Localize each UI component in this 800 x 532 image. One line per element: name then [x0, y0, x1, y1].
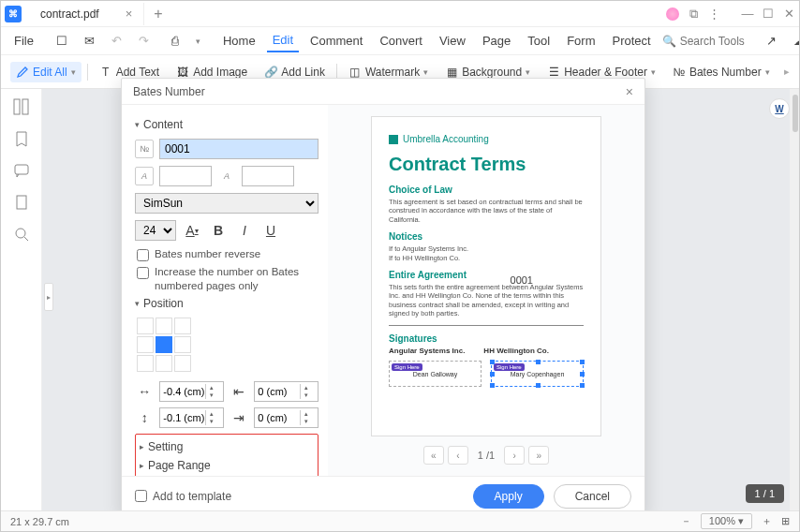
setting-section-header[interactable]: ▸Setting: [140, 440, 314, 453]
suffix-input[interactable]: [242, 166, 294, 186]
more-icon[interactable]: ⋮: [707, 7, 720, 21]
new-tab-button[interactable]: +: [144, 6, 171, 22]
close-icon[interactable]: ✕: [782, 7, 795, 21]
pager-label: 1 /1: [472, 450, 500, 461]
profile-avatar-icon[interactable]: [666, 7, 679, 21]
undo-icon[interactable]: ↶: [106, 30, 127, 52]
preview-t2a: If to Angular Systems Inc.: [389, 244, 584, 253]
maximize-icon[interactable]: ☐: [762, 7, 775, 21]
menu-tool[interactable]: Tool: [522, 30, 556, 52]
page-range-section-header[interactable]: ▸Page Range: [140, 459, 314, 472]
preview-h1: Choice of Law: [389, 185, 584, 195]
dialog-close-icon[interactable]: ×: [626, 84, 633, 99]
bold-button[interactable]: B: [208, 220, 229, 241]
preview-signature-1: Sign Here Dean Galloway: [389, 361, 481, 387]
attachment-icon[interactable]: [13, 194, 30, 211]
edit-all-button[interactable]: Edit All▾: [10, 62, 81, 82]
dialog-footer: Add to template Apply Cancel: [122, 476, 644, 515]
font-color-button[interactable]: A▾: [182, 220, 202, 241]
search-icon: 🔍: [662, 35, 676, 48]
font-size-select[interactable]: 24: [135, 220, 176, 241]
minimize-icon[interactable]: —: [741, 7, 754, 21]
svg-point-4: [16, 229, 25, 238]
print-dropdown-icon[interactable]: ▾: [190, 33, 206, 50]
font-select[interactable]: SimSun: [135, 193, 319, 214]
apply-button[interactable]: Apply: [473, 484, 544, 509]
background-icon: ▦: [445, 66, 458, 79]
underline-button[interactable]: U: [260, 220, 281, 241]
header-footer-icon: ☰: [547, 66, 560, 79]
bates-number-input[interactable]: [159, 139, 319, 159]
thumbnails-icon[interactable]: [13, 98, 30, 115]
number-format-icon[interactable]: №: [135, 140, 154, 158]
menu-comment[interactable]: Comment: [304, 30, 368, 52]
pager-next[interactable]: ›: [504, 446, 525, 465]
position-center[interactable]: [156, 336, 172, 353]
bates-number-dialog: Bates Number × ▾Content № A A SimSun 24 …: [121, 78, 645, 516]
document-tab[interactable]: contract.pdf ×: [29, 3, 144, 25]
zoom-in-button[interactable]: ＋: [762, 514, 772, 528]
position-grid[interactable]: [137, 318, 319, 372]
menu-edit[interactable]: Edit: [267, 29, 299, 52]
quick-mail-icon[interactable]: ✉: [79, 30, 100, 52]
preview-party2: HH Wellington Co.: [483, 347, 549, 355]
add-to-template-checkbox[interactable]: Add to template: [135, 490, 231, 503]
share-icon[interactable]: ↗: [761, 30, 782, 52]
vert-margin-input[interactable]: ▴▾: [254, 407, 319, 428]
menu-page[interactable]: Page: [477, 30, 516, 52]
tab-filename: contract.pdf: [40, 7, 99, 21]
preview-h4: Signatures: [389, 333, 584, 344]
bates-number-button[interactable]: №Bates Number▾: [667, 62, 776, 82]
pager-last[interactable]: »: [528, 446, 549, 465]
vertical-scrollbar[interactable]: [790, 89, 799, 510]
status-bar: 21 x 29.7 cm － 100% ▾ ＋ ⊞: [1, 510, 799, 531]
search-tools[interactable]: 🔍: [662, 35, 755, 48]
menu-form[interactable]: Form: [561, 30, 600, 52]
search-input[interactable]: [680, 35, 755, 48]
preview-h2: Notices: [389, 231, 584, 242]
preview-logo: Umbrella Accounting: [389, 134, 584, 144]
menu-view[interactable]: View: [434, 30, 471, 52]
quick-open-icon[interactable]: ☐: [51, 30, 73, 52]
position-section-header[interactable]: ▾Position: [135, 297, 319, 310]
zoom-out-button[interactable]: －: [681, 514, 691, 528]
italic-button[interactable]: I: [234, 220, 255, 241]
prefix-text-icon[interactable]: A: [135, 167, 154, 185]
open-window-icon[interactable]: ⧉: [687, 7, 700, 22]
pager-first[interactable]: «: [423, 446, 444, 465]
page-preview: Umbrella Accounting Contract Terms Choic…: [371, 116, 601, 436]
pager-prev[interactable]: ‹: [448, 446, 468, 465]
prefix-input[interactable]: [159, 166, 212, 186]
horiz-margin-input[interactable]: ▴▾: [254, 381, 319, 402]
cancel-button[interactable]: Cancel: [554, 484, 631, 509]
window-controls: ⧉ ⋮ — ☐ ✕: [666, 7, 795, 22]
comment-pane-icon[interactable]: [13, 162, 30, 179]
close-tab-icon[interactable]: ×: [126, 7, 133, 21]
content-section-header[interactable]: ▾Content: [135, 118, 319, 131]
menu-convert[interactable]: Convert: [374, 30, 428, 52]
cloud-icon[interactable]: ☁: [788, 30, 800, 52]
link-icon: 🔗: [264, 66, 277, 79]
horiz-offset-input[interactable]: ▴▾: [159, 381, 224, 402]
reverse-checkbox[interactable]: Bates number reverse: [137, 247, 319, 261]
zoom-level[interactable]: 100% ▾: [701, 513, 752, 529]
print-icon[interactable]: ⎙: [166, 30, 185, 52]
search-pane-icon[interactable]: [13, 226, 30, 243]
page-indicator: 1 / 1: [746, 484, 784, 503]
panel-expand-handle[interactable]: ▸: [44, 283, 53, 311]
toolbar-more-icon[interactable]: ▸: [784, 66, 790, 78]
preview-t1: This agreement is set based on contractu…: [389, 198, 584, 224]
scrollbar-thumb[interactable]: [793, 95, 798, 132]
menu-file[interactable]: File: [8, 30, 39, 52]
fit-page-icon[interactable]: ⊞: [781, 515, 790, 527]
vert-offset-input[interactable]: ▴▾: [159, 407, 224, 428]
redo-icon[interactable]: ↷: [133, 30, 155, 52]
bookmark-icon[interactable]: [13, 130, 30, 147]
suffix-text-icon[interactable]: A: [217, 167, 236, 185]
vert-margin-icon: ⇥: [230, 407, 248, 428]
menu-home[interactable]: Home: [217, 30, 261, 52]
word-export-badge[interactable]: W: [769, 98, 790, 119]
horiz-offset-icon: ↔: [135, 381, 154, 402]
increase-checkbox[interactable]: Increase the number on Bates numbered pa…: [137, 265, 319, 293]
menu-protect[interactable]: Protect: [606, 30, 656, 52]
